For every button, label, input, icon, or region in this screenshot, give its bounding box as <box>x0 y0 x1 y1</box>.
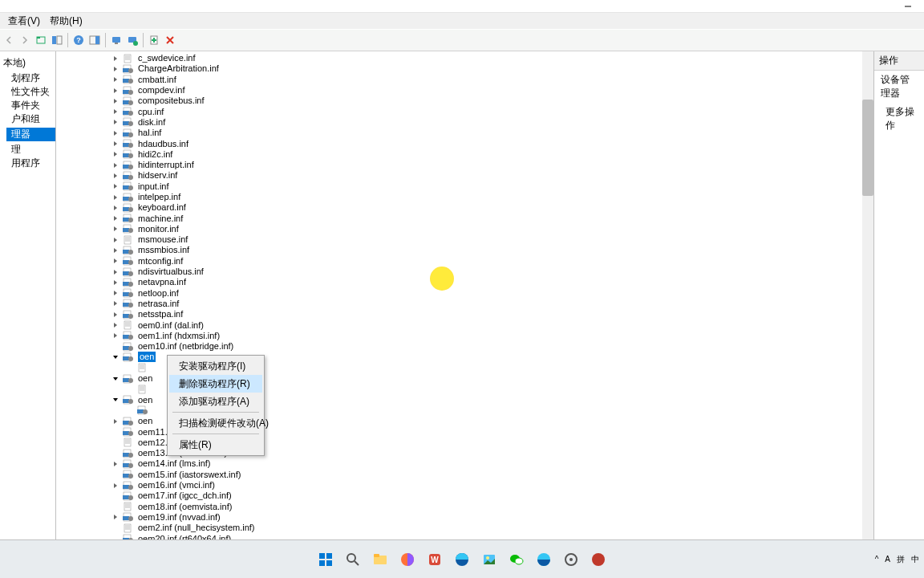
ime-indicator-zh[interactable]: 中 <box>911 554 919 565</box>
remove-driver-button[interactable] <box>163 33 177 47</box>
console-tree-item[interactable]: 事件夹 <box>6 99 55 112</box>
settings-icon[interactable] <box>560 548 582 571</box>
console-tree-item[interactable]: 用程序 <box>6 157 55 170</box>
context-menu-item[interactable]: 属性(R) <box>169 436 262 454</box>
scrollbar-thumb[interactable] <box>862 100 873 196</box>
tree-row[interactable]: input.inf <box>56 181 862 192</box>
tree-row[interactable]: cmbatt.inf <box>56 75 862 85</box>
action-pane-button[interactable] <box>87 33 102 47</box>
expand-icon[interactable] <box>111 288 120 298</box>
console-tree-header[interactable]: 本地) <box>0 55 55 71</box>
expand-icon[interactable] <box>111 470 120 479</box>
tree-row[interactable]: hidserv.inf <box>56 170 862 181</box>
console-tree-item[interactable]: 理器 <box>6 128 55 141</box>
menu-view[interactable]: 查看(V) <box>3 13 45 30</box>
expand-icon[interactable] <box>111 54 120 63</box>
tree-row[interactable]: cpu.inf <box>56 106 862 116</box>
expand-icon[interactable] <box>111 128 120 138</box>
tree-row[interactable]: oem17.inf (igcc_dch.inf) <box>56 490 862 501</box>
context-menu-item[interactable]: 删除驱动程序(R) <box>169 375 262 393</box>
scan-hardware-button[interactable] <box>125 33 140 47</box>
tree-row[interactable]: oem0.inf (dal.inf) <box>56 320 862 330</box>
tree-row[interactable]: mssmbios.inf <box>56 245 862 255</box>
tree-row[interactable]: netrasa.inf <box>56 299 862 309</box>
console-tree-item[interactable]: 划程序 <box>6 71 55 85</box>
expand-icon[interactable] <box>111 278 120 287</box>
expand-icon[interactable] <box>111 117 120 127</box>
scrollbar-vertical[interactable] <box>862 51 873 539</box>
app-icon[interactable] <box>587 548 610 571</box>
expand-icon[interactable] <box>111 256 120 266</box>
expand-icon[interactable] <box>111 299 120 308</box>
expand-icon[interactable] <box>111 438 120 447</box>
expand-icon[interactable] <box>111 331 120 340</box>
tree-row[interactable]: hidi2c.inf <box>56 149 862 160</box>
expand-icon[interactable] <box>111 502 120 511</box>
tray-chevron-icon[interactable]: ^ <box>875 555 879 564</box>
tree-row[interactable]: netloop.inf <box>56 288 862 299</box>
expand-icon[interactable] <box>111 171 120 181</box>
photos-icon[interactable] <box>478 548 500 571</box>
actions-device-manager[interactable]: 设备管理器 <box>874 71 924 103</box>
tree-row[interactable]: monitor.inf <box>56 224 862 234</box>
expand-icon[interactable] <box>111 246 120 255</box>
tree-row[interactable]: netavpna.inf <box>56 277 862 287</box>
expand-icon[interactable] <box>111 374 120 384</box>
expand-icon[interactable] <box>111 342 120 352</box>
add-driver-button[interactable] <box>147 33 161 47</box>
expand-icon[interactable] <box>111 149 120 159</box>
tree-row[interactable]: oem16.inf (vmci.inf) <box>56 480 862 490</box>
tree-row[interactable]: machine.inf <box>56 213 862 223</box>
expand-icon[interactable] <box>111 267 120 277</box>
tree-row[interactable]: oem19.inf (nvvad.inf) <box>56 512 862 523</box>
wechat-icon[interactable] <box>505 548 528 571</box>
tree-row[interactable]: keyboard.inf <box>56 202 862 213</box>
expand-icon[interactable] <box>111 459 120 469</box>
tree-row[interactable]: compdev.inf <box>56 85 862 96</box>
edge-icon[interactable] <box>451 548 473 571</box>
search-button[interactable] <box>342 548 364 571</box>
expand-icon[interactable] <box>111 395 120 405</box>
tree-row[interactable]: netsstpa.inf <box>56 309 862 320</box>
expand-icon[interactable] <box>111 96 120 106</box>
show-hide-console-tree-button[interactable] <box>50 33 64 47</box>
context-menu-item[interactable]: 添加驱动程序(A) <box>169 393 262 410</box>
menu-help[interactable]: 帮助(H) <box>45 13 87 30</box>
tree-row[interactable]: oem2.inf (null_hecisystem.inf) <box>56 523 862 533</box>
actions-more[interactable]: 更多操作 <box>874 103 924 135</box>
tree-row[interactable]: hidinterrupt.inf <box>56 160 862 170</box>
expand-icon[interactable] <box>111 352 120 362</box>
up-button[interactable] <box>34 33 48 47</box>
tree-row[interactable]: mtconfig.inf <box>56 256 862 267</box>
tree-row[interactable]: oem20.inf (rt640x64.inf) <box>56 533 862 539</box>
start-button[interactable] <box>314 548 337 571</box>
console-tree-item[interactable]: 理 <box>6 143 55 157</box>
edge-alt-icon[interactable] <box>533 548 555 571</box>
file-explorer-icon[interactable] <box>369 548 391 571</box>
expand-icon[interactable] <box>111 64 120 74</box>
expand-icon[interactable] <box>111 75 120 84</box>
expand-icon[interactable] <box>111 534 120 539</box>
system-tray[interactable]: ^ A 拼 中 <box>875 554 919 565</box>
expand-icon[interactable] <box>111 139 120 149</box>
tree-row[interactable]: compositebus.inf <box>56 96 862 106</box>
expand-icon[interactable] <box>111 427 120 437</box>
expand-icon[interactable] <box>111 449 120 458</box>
minimize-button[interactable] <box>892 0 924 13</box>
tree-row[interactable]: msmouse.inf <box>56 234 862 245</box>
expand-icon[interactable] <box>111 512 120 522</box>
expand-icon[interactable] <box>111 235 120 245</box>
expand-icon[interactable] <box>111 320 120 330</box>
context-menu-item[interactable]: 扫描检测硬件改动(A) <box>169 414 262 432</box>
tree-row[interactable]: oem15.inf (iastorswext.inf) <box>56 470 862 480</box>
tree-row[interactable]: oem1.inf (hdxmsi.inf) <box>56 331 862 341</box>
help-button[interactable]: ? <box>71 33 86 47</box>
tree-row[interactable]: oem10.inf (netbridge.inf) <box>56 341 862 352</box>
ime-indicator-a[interactable]: A <box>885 555 890 564</box>
expand-icon[interactable] <box>111 181 120 191</box>
wps-icon[interactable]: W <box>424 548 446 571</box>
tree-row[interactable]: c_swdevice.inf <box>56 53 862 63</box>
tree-row[interactable]: disk.inf <box>56 117 862 128</box>
expand-icon[interactable] <box>111 417 120 426</box>
tree-row[interactable]: intelpep.inf <box>56 192 862 202</box>
